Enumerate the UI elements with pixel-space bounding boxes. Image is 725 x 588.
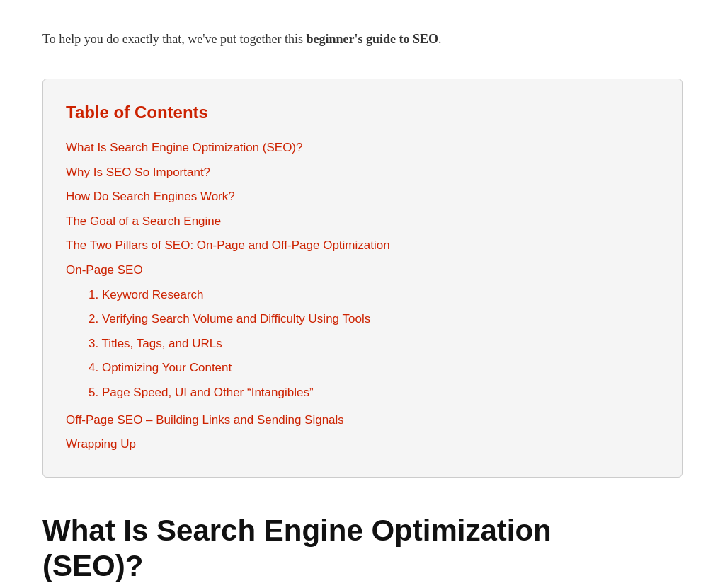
toc-sub-link-4[interactable]: 4. Optimizing Your Content [89,361,232,374]
toc-item-1[interactable]: What Is Search Engine Optimization (SEO)… [66,136,659,161]
toc-sub-link-3[interactable]: 3. Titles, Tags, and URLs [89,337,222,350]
table-of-contents: Table of Contents What Is Search Engine … [42,79,683,478]
toc-sub-item-3[interactable]: 3. Titles, Tags, and URLs [89,332,659,357]
section-heading-line1: What Is Search Engine Optimization [42,514,552,547]
toc-link-6[interactable]: On-Page SEO [66,263,143,277]
intro-paragraph: To help you do exactly that, we've put t… [42,28,683,50]
toc-link-8[interactable]: Wrapping Up [66,437,136,451]
toc-list: What Is Search Engine Optimization (SEO)… [66,136,659,457]
toc-sub-item-1[interactable]: 1. Keyword Research [89,283,659,308]
toc-sub-item-2[interactable]: 2. Verifying Search Volume and Difficult… [89,307,659,332]
toc-sub-number-2: 2. [89,312,98,325]
section-heading: What Is Search Engine Optimization (SEO)… [42,513,683,584]
toc-sub-item-5[interactable]: 5. Page Speed, UI and Other “Intangibles… [89,381,659,405]
toc-link-5[interactable]: The Two Pillars of SEO: On-Page and Off-… [66,238,390,252]
toc-sub-number-1: 1. [89,288,98,301]
toc-sub-label-5: Page Speed, UI and Other “Intangibles” [102,386,314,399]
toc-sub-number-4: 4. [89,361,98,374]
toc-link-2[interactable]: Why Is SEO So Important? [66,166,210,179]
toc-sub-label-2: Verifying Search Volume and Difficulty U… [102,312,370,325]
toc-item-6[interactable]: On-Page SEO 1. Keyword Research 2. Verif… [66,258,659,408]
toc-link-7[interactable]: Off-Page SEO – Building Links and Sendin… [66,413,344,427]
toc-link-1[interactable]: What Is Search Engine Optimization (SEO)… [66,141,302,154]
toc-link-3[interactable]: How Do Search Engines Work? [66,190,235,203]
intro-text-after-bold: . [438,32,442,46]
toc-item-3[interactable]: How Do Search Engines Work? [66,185,659,209]
toc-item-5[interactable]: The Two Pillars of SEO: On-Page and Off-… [66,234,659,258]
toc-link-4[interactable]: The Goal of a Search Engine [66,214,221,228]
intro-bold-text: beginner's guide to SEO [306,32,438,46]
toc-title: Table of Contents [66,99,659,126]
toc-item-8[interactable]: Wrapping Up [66,432,659,457]
toc-sub-label-1: Keyword Research [102,288,204,301]
toc-item-7[interactable]: Off-Page SEO – Building Links and Sendin… [66,408,659,433]
toc-item-4[interactable]: The Goal of a Search Engine [66,209,659,234]
toc-sub-link-5[interactable]: 5. Page Speed, UI and Other “Intangibles… [89,386,314,399]
toc-sub-number-3: 3. [89,337,98,350]
toc-sub-item-4[interactable]: 4. Optimizing Your Content [89,356,659,381]
toc-sub-label-4: Optimizing Your Content [102,361,232,374]
section-heading-line2: (SEO)? [42,549,143,582]
toc-sublist: 1. Keyword Research 2. Verifying Search … [89,283,659,405]
toc-sub-link-1[interactable]: 1. Keyword Research [89,288,204,301]
toc-sub-label-3: Titles, Tags, and URLs [102,337,222,350]
toc-sub-number-5: 5. [89,386,98,399]
intro-text-before-bold: To help you do exactly that, we've put t… [42,32,306,46]
toc-item-2[interactable]: Why Is SEO So Important? [66,161,659,185]
toc-sub-link-2[interactable]: 2. Verifying Search Volume and Difficult… [89,312,370,325]
